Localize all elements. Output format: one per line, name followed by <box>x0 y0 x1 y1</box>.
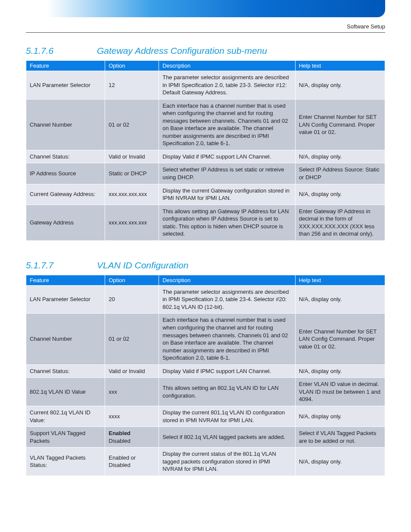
cell-description: Select if 802.1q VLAN tagged packets are… <box>159 427 296 448</box>
cell-option: xxx.xxx.xxx.xxx <box>105 205 159 240</box>
cell-feature: Current Gateway Address: <box>26 184 105 205</box>
gateway-table: Feature Option Description Help text LAN… <box>26 60 385 241</box>
top-brand-band <box>26 0 385 17</box>
cell-description: Each interface has a channel number that… <box>159 99 296 150</box>
cell-feature: Support VLAN Tagged Packets <box>26 427 105 448</box>
cell-help: N/A, display only. <box>295 364 385 378</box>
cell-feature: Channel Status: <box>26 364 105 378</box>
option-enabled: Enabled <box>109 430 131 436</box>
cell-description: This allows setting an Gateway IP Addres… <box>159 205 296 240</box>
table-row: Current Gateway Address: xxx.xxx.xxx.xxx… <box>26 184 385 205</box>
cell-feature: LAN Parameter Selector <box>26 285 105 314</box>
col-help: Help text <box>295 275 385 285</box>
cell-option: Enabled Disabled <box>105 427 159 448</box>
col-feature: Feature <box>26 275 105 285</box>
table-row: Channel Status: Valid or Invalid Display… <box>26 364 385 378</box>
cell-feature: Channel Status: <box>26 150 105 163</box>
section-title: VLAN ID Configuration <box>97 260 188 271</box>
section-heading-2: 5.1.7.7 VLAN ID Configuration <box>26 260 385 271</box>
cell-option: Valid or Invalid <box>105 150 159 163</box>
table-row: Channel Number 01 or 02 Each interface h… <box>26 314 385 364</box>
cell-description: Select whether IP Address is set static … <box>159 163 296 184</box>
cell-description: Display the current 801.1q VLAN ID confi… <box>159 406 296 426</box>
cell-feature: Gateway Address <box>26 205 105 240</box>
cell-feature: VLAN Tagged Packets Status: <box>26 448 105 476</box>
cell-option: 01 or 02 <box>105 99 159 150</box>
header-breadcrumb: Software Setup <box>26 21 385 33</box>
cell-help: N/A, display only. <box>295 184 385 205</box>
breadcrumb-text: Software Setup <box>347 23 385 30</box>
cell-description: The parameter selector assignments are d… <box>159 285 296 314</box>
table-row: Channel Status: Valid or Invalid Display… <box>26 150 385 163</box>
col-description: Description <box>159 61 296 71</box>
col-help: Help text <box>295 61 385 71</box>
cell-option: 01 or 02 <box>105 314 159 364</box>
option-disabled: Disabled <box>109 438 131 444</box>
cell-option: xxxx <box>105 406 159 426</box>
cell-feature: IP Address Source <box>26 163 105 184</box>
cell-description: Each interface has a channel number that… <box>159 314 296 364</box>
cell-feature: Current 802.1q VLAN ID Value: <box>26 406 105 426</box>
section-title: Gateway Address Configuration sub-menu <box>97 46 267 56</box>
cell-feature: Channel Number <box>26 314 105 364</box>
cell-help: Enter Gateway IP Address in decimal in t… <box>295 205 385 240</box>
cell-help: N/A, display only. <box>295 71 385 100</box>
cell-description: Display Valid if IPMC support LAN Channe… <box>159 364 296 378</box>
cell-option: Static or DHCP <box>105 163 159 184</box>
col-feature: Feature <box>26 61 105 71</box>
cell-option: Valid or Invalid <box>105 364 159 378</box>
section-heading-1: 5.1.7.6 Gateway Address Configuration su… <box>26 46 385 56</box>
col-option: Option <box>105 61 159 71</box>
cell-description: Display the current Gateway configuratio… <box>159 184 296 205</box>
cell-help: Select IP Address Source: Static or DHCP <box>295 163 385 184</box>
col-option: Option <box>105 275 159 285</box>
cell-help: Enter VLAN ID value in decimal. VLAN ID … <box>295 378 385 406</box>
cell-help: N/A, display only. <box>295 285 385 314</box>
cell-help: N/A, display only. <box>295 448 385 476</box>
cell-description: Display Valid if IPMC support LAN Channe… <box>159 150 296 163</box>
col-description: Description <box>159 275 296 285</box>
cell-feature: Channel Number <box>26 99 105 150</box>
section-number: 5.1.7.6 <box>26 46 97 56</box>
vlan-table: Feature Option Description Help text LAN… <box>26 275 385 476</box>
table-header-row: Feature Option Description Help text <box>26 61 385 71</box>
table-header-row: Feature Option Description Help text <box>26 275 385 285</box>
cell-help: Enter Channel Number for SET LAN Config … <box>295 99 385 150</box>
cell-description: This allows setting an 802.1q VLAN ID fo… <box>159 378 296 406</box>
cell-help: Enter Channel Number for SET LAN Config … <box>295 314 385 364</box>
cell-help: Select if VLAN Tagged Packets are to be … <box>295 427 385 448</box>
table-row: Support VLAN Tagged Packets Enabled Disa… <box>26 427 385 448</box>
cell-option: Enabled or Disabled <box>105 448 159 476</box>
cell-option: 20 <box>105 285 159 314</box>
cell-option: xxx <box>105 378 159 406</box>
section-number: 5.1.7.7 <box>26 260 97 271</box>
table-row: Gateway Address xxx.xxx.xxx.xxx This all… <box>26 205 385 240</box>
cell-help: N/A, display only. <box>295 406 385 426</box>
table-row: LAN Parameter Selector 20 The parameter … <box>26 285 385 314</box>
cell-feature: LAN Parameter Selector <box>26 71 105 100</box>
cell-description: The parameter selector assignments are d… <box>159 71 296 100</box>
cell-option: 12 <box>105 71 159 100</box>
table-row: Channel Number 01 or 02 Each interface h… <box>26 99 385 150</box>
cell-option: xxx.xxx.xxx.xxx <box>105 184 159 205</box>
cell-help: N/A, display only. <box>295 150 385 163</box>
table-row: LAN Parameter Selector 12 The parameter … <box>26 71 385 100</box>
cell-feature: 802.1q VLAN ID Value <box>26 378 105 406</box>
table-row: Current 802.1q VLAN ID Value: xxxx Displ… <box>26 406 385 426</box>
table-row: 802.1q VLAN ID Value xxx This allows set… <box>26 378 385 406</box>
table-row: VLAN Tagged Packets Status: Enabled or D… <box>26 448 385 476</box>
cell-description: Display the current status of the 801.1q… <box>159 448 296 476</box>
table-row: IP Address Source Static or DHCP Select … <box>26 163 385 184</box>
